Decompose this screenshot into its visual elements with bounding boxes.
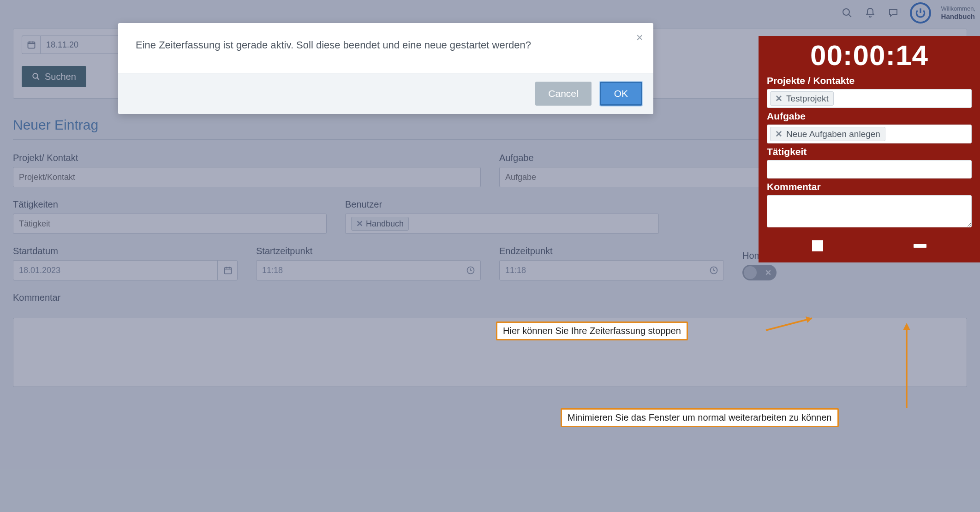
confirm-modal: × Eine Zeiterfassung ist gerade aktiv. S… xyxy=(118,23,653,114)
timer-kommentar-label: Kommentar xyxy=(767,181,972,192)
timer-projekt-tag-label: Testprojekt xyxy=(786,94,829,104)
timer-aufgabe-tag-label: Neue Aufgaben anlegen xyxy=(786,129,880,139)
ok-button[interactable]: OK xyxy=(600,82,642,106)
timer-aufgabe-tag[interactable]: ✕ Neue Aufgaben anlegen xyxy=(770,127,885,141)
annotation-minimize-hint: Minimieren Sie das Fenster um normal wei… xyxy=(561,408,839,427)
timer-kommentar-textarea[interactable] xyxy=(767,195,972,227)
cancel-button[interactable]: Cancel xyxy=(535,82,591,106)
timer-panel: 00:00:14 Projekte / Kontakte ✕ Testproje… xyxy=(759,36,980,262)
timer-aufgabe-label: Aufgabe xyxy=(767,111,972,122)
timer-taetigkeit-label: Tätigkeit xyxy=(767,146,972,157)
modal-message: Eine Zeiterfassung ist gerade aktiv. Sol… xyxy=(136,38,579,53)
timer-minimize-button[interactable] xyxy=(914,244,926,248)
timer-projekte-label: Projekte / Kontakte xyxy=(767,75,972,86)
timer-projekt-tag[interactable]: ✕ Testprojekt xyxy=(770,91,834,106)
timer-projekte-input[interactable]: ✕ Testprojekt xyxy=(767,89,972,108)
timer-taetigkeit-input[interactable] xyxy=(767,160,972,179)
timer-aufgabe-input[interactable]: ✕ Neue Aufgaben anlegen xyxy=(767,125,972,143)
annotation-stop-hint: Hier können Sie Ihre Zeiterfassung stopp… xyxy=(496,321,688,340)
timer-clock: 00:00:14 xyxy=(767,36,972,72)
remove-icon[interactable]: ✕ xyxy=(775,129,783,139)
remove-icon[interactable]: ✕ xyxy=(775,93,783,104)
close-icon[interactable]: × xyxy=(636,31,643,43)
timer-stop-button[interactable] xyxy=(812,240,823,251)
